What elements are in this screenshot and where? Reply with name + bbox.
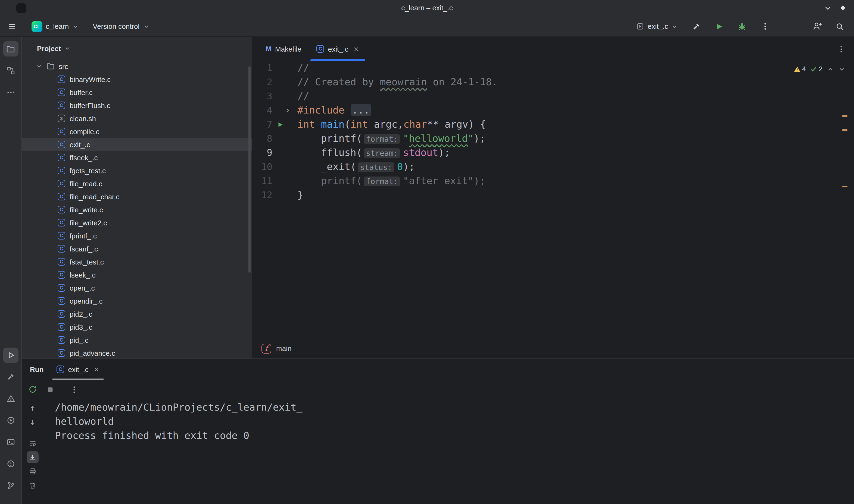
stop-button[interactable] [43, 383, 56, 396]
tree-file-buffer.c[interactable]: Cbuffer.c [22, 86, 252, 99]
warning-stripe-mark[interactable] [842, 186, 848, 187]
arrow-up-icon [29, 404, 36, 412]
tree-file-pid3_.c[interactable]: Cpid3_.c [22, 320, 252, 334]
main-menu-button[interactable] [4, 19, 20, 34]
tree-file-open_.c[interactable]: Copen_.c [22, 281, 252, 294]
run-line-icon[interactable] [277, 121, 284, 128]
code-line-7[interactable]: 7int main(int argc,char** argv) { [252, 117, 854, 131]
code-line-3[interactable]: 3// [252, 89, 854, 103]
gutter [272, 75, 297, 89]
project-widget-label: c_learn [46, 22, 69, 31]
tree-file-fscanf_.c[interactable]: Cfscanf_.c [22, 242, 252, 255]
down-stack-trace-button[interactable] [27, 417, 39, 429]
tree-file-fgets_test.c[interactable]: Cfgets_test.c [22, 164, 252, 177]
tree-file-bufferFlush.c[interactable]: CbufferFlush.c [22, 99, 252, 112]
prev-problem-chevron-up-icon[interactable] [827, 66, 834, 72]
tree-file-clean.sh[interactable]: $clean.sh [22, 112, 252, 125]
c-file-icon: C [317, 45, 324, 53]
fold-chevron-icon[interactable] [284, 107, 291, 113]
makefile-file-icon: M [266, 45, 271, 53]
passed-badge[interactable]: 2 [810, 65, 822, 73]
tree-item-label: lseek_.c [70, 271, 95, 279]
scroll-to-end-button[interactable] [27, 451, 39, 463]
inspections-tool-button[interactable] [3, 456, 18, 471]
tree-file-file_write2.c[interactable]: Cfile_write2.c [22, 216, 252, 229]
git-branch-icon [6, 481, 15, 490]
code-line-8[interactable]: 8 printf(format:"helloworld"); [252, 131, 854, 146]
run-more-options-button[interactable] [67, 383, 81, 396]
code-editor[interactable]: 1//2// Created by meowrain on 24-1-18.3/… [252, 61, 854, 338]
next-problem-chevron-down-icon[interactable] [838, 66, 845, 72]
tree-file-pid2_.c[interactable]: Cpid2_.c [22, 307, 252, 320]
tab-makefile[interactable]: M Makefile [258, 37, 309, 61]
code-line-12[interactable]: 12} [252, 188, 854, 202]
code-line-1[interactable]: 1// [252, 61, 854, 75]
close-icon[interactable] [93, 366, 100, 372]
terminal-tool-button[interactable] [3, 434, 18, 450]
run-tab-exit-c[interactable]: C exit_.c [51, 359, 105, 380]
expand-chevron-icon[interactable] [36, 63, 42, 70]
build-tool-button[interactable] [3, 369, 18, 384]
tree-item-label: pid_.c [70, 336, 88, 344]
structure-tool-button[interactable] [3, 63, 18, 78]
run-toolbar [22, 380, 854, 399]
tree-file-file_write.c[interactable]: Cfile_write.c [22, 203, 252, 216]
warnings-badge[interactable]: 4 [794, 65, 806, 73]
tree-folder-src[interactable]: src [22, 60, 252, 73]
tree-item-label: clean.sh [70, 114, 96, 123]
project-widget[interactable]: CL c_learn [28, 19, 82, 34]
more-actions-button[interactable] [757, 19, 772, 34]
project-scrollbar[interactable] [248, 66, 250, 273]
up-stack-trace-button[interactable] [27, 402, 39, 414]
tree-file-binaryWrite.c[interactable]: CbinaryWrite.c [22, 73, 252, 86]
console-output[interactable]: /home/meowrain/CLionProjects/c_learn/exi… [43, 399, 854, 504]
code-line-11[interactable]: 11 printf(format:"after exit"); [252, 174, 854, 188]
c-file-icon: C [58, 219, 65, 227]
clear-console-button[interactable] [27, 480, 39, 491]
gutter [272, 61, 297, 75]
run-tool-button[interactable] [3, 347, 18, 363]
clion-window: c_learn – exit_.c CL c_learn Version con… [0, 0, 854, 504]
services-tool-button[interactable] [3, 413, 18, 428]
debug-button[interactable] [734, 19, 750, 34]
tab-options-button[interactable] [837, 37, 854, 61]
warning-stripe-mark[interactable] [842, 115, 848, 117]
run-button[interactable] [712, 19, 727, 34]
code-line-2[interactable]: 2// Created by meowrain on 24-1-18. [252, 75, 854, 89]
tree-file-pid_.c[interactable]: Cpid_.c [22, 334, 252, 346]
vcs-widget[interactable]: Version control [89, 19, 153, 34]
tree-file-pid_advance.c[interactable]: Cpid_advance.c [22, 346, 252, 358]
soft-wrap-button[interactable] [27, 437, 39, 449]
c-file-icon: C [58, 154, 65, 161]
code-line-10[interactable]: 10 _exit(status:0); [252, 160, 854, 174]
search-everywhere-button[interactable] [832, 19, 848, 34]
vcs-tool-button[interactable] [3, 478, 18, 493]
tree-file-file_read.c[interactable]: Cfile_read.c [22, 177, 252, 190]
print-button[interactable] [27, 465, 39, 478]
tree-file-opendir_.c[interactable]: Copendir_.c [22, 294, 252, 307]
more-tool-windows-button[interactable] [3, 85, 18, 100]
code-line-9[interactable]: 9 fflush(stream:stdout); [252, 146, 854, 160]
tree-file-compile.c[interactable]: Ccompile.c [22, 125, 252, 138]
project-tool-button[interactable] [3, 41, 18, 56]
tab-exit-c[interactable]: C exit_.c [309, 37, 367, 61]
inspection-widget[interactable]: 4 2 [794, 63, 845, 75]
sticky-function-line[interactable]: f main [252, 338, 854, 358]
warning-stripe-mark[interactable] [842, 129, 848, 131]
code-with-me-button[interactable] [809, 19, 825, 34]
tree-file-fstat_test.c[interactable]: Cfstat_test.c [22, 255, 252, 268]
tree-file-ffseek_.c[interactable]: Cffseek_.c [22, 151, 252, 164]
rerun-button[interactable] [26, 383, 39, 396]
build-button[interactable] [689, 19, 704, 34]
code-line-4[interactable]: 4#include ... [252, 103, 854, 117]
problems-tool-button[interactable] [3, 391, 18, 406]
tree-file-file_read_char.c[interactable]: Cfile_read_char.c [22, 190, 252, 203]
main-toolbar: CL c_learn Version control exit_.c [0, 16, 854, 37]
tree-file-fprintf_.c[interactable]: Cfprintf_.c [22, 229, 252, 242]
run-configuration-selector[interactable]: exit_.c [633, 19, 681, 34]
line-number: 4 [252, 103, 272, 117]
tree-file-exit_.c[interactable]: Cexit_.c [22, 138, 252, 151]
close-icon[interactable] [353, 46, 359, 52]
chevron-down-icon[interactable] [64, 45, 71, 52]
tree-file-lseek_.c[interactable]: Clseek_.c [22, 268, 252, 281]
